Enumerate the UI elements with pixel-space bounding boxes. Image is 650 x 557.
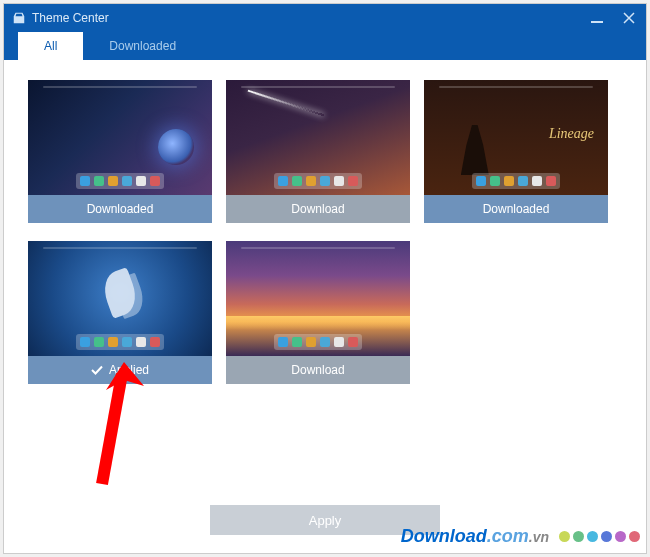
window-controls: [588, 10, 638, 26]
theme-status-label: Download: [291, 202, 344, 216]
theme-card[interactable]: Download: [226, 80, 410, 223]
theme-status-label: Download: [291, 363, 344, 377]
theme-store-icon: [12, 11, 26, 25]
theme-grid: DownloadedDownloadDownloadedAppliedDownl…: [4, 60, 646, 404]
close-button[interactable]: [620, 10, 638, 26]
tab-downloaded[interactable]: Downloaded: [83, 32, 202, 60]
footer: Apply: [4, 505, 646, 535]
theme-status: Downloaded: [424, 195, 608, 223]
theme-thumbnail: [226, 241, 410, 356]
window-title: Theme Center: [32, 11, 109, 25]
theme-status-label: Downloaded: [483, 202, 550, 216]
theme-dock: [274, 173, 362, 189]
minimize-button[interactable]: [588, 10, 606, 26]
check-icon: [91, 364, 103, 376]
app-window: Theme Center AllDownloaded DownloadedDow…: [3, 3, 647, 554]
theme-status-label: Applied: [109, 363, 149, 377]
tab-label: All: [44, 39, 57, 53]
theme-card[interactable]: Downloaded: [28, 80, 212, 223]
theme-status: Download: [226, 195, 410, 223]
apply-button-label: Apply: [309, 513, 342, 528]
theme-thumbnail: [226, 80, 410, 195]
theme-dock: [472, 173, 560, 189]
tabs: AllDownloaded: [4, 32, 646, 60]
theme-status: Downloaded: [28, 195, 212, 223]
theme-dock: [76, 334, 164, 350]
apply-button[interactable]: Apply: [210, 505, 440, 535]
theme-thumbnail: [28, 241, 212, 356]
tab-label: Downloaded: [109, 39, 176, 53]
tab-all[interactable]: All: [18, 32, 83, 60]
theme-thumbnail: [28, 80, 212, 195]
svg-rect-0: [591, 21, 603, 23]
theme-thumbnail: [424, 80, 608, 195]
titlebar: Theme Center AllDownloaded: [4, 4, 646, 60]
theme-card[interactable]: Applied: [28, 241, 212, 384]
theme-dock: [274, 334, 362, 350]
titlebar-top: Theme Center: [4, 4, 646, 32]
theme-status-label: Downloaded: [87, 202, 154, 216]
theme-status: Download: [226, 356, 410, 384]
theme-card[interactable]: Download: [226, 241, 410, 384]
theme-card[interactable]: Downloaded: [424, 80, 608, 223]
theme-status: Applied: [28, 356, 212, 384]
theme-dock: [76, 173, 164, 189]
